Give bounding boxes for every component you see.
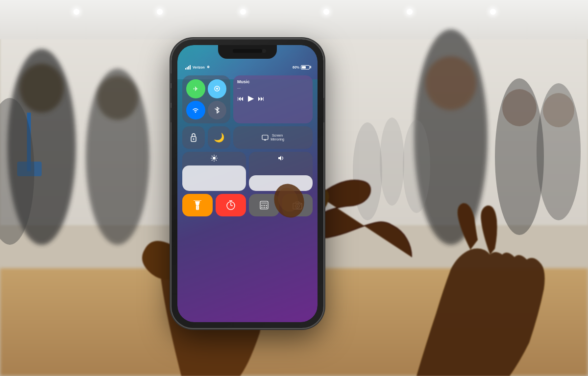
volume-slider[interactable] — [249, 152, 313, 191]
svg-point-47 — [300, 204, 301, 205]
cc-top-row: ✈ — [182, 75, 313, 123]
battery-icon — [301, 65, 310, 70]
scene: Verizon ⊛ 60% — [0, 0, 588, 376]
svg-point-8 — [425, 56, 476, 110]
timer-button[interactable] — [216, 194, 246, 216]
wifi-icon: ⊛ — [207, 65, 210, 69]
svg-point-38 — [261, 205, 262, 206]
brightness-icon — [211, 155, 218, 163]
music-controls: ⏮ ▶ ⏭ — [237, 94, 309, 103]
svg-point-1 — [20, 64, 64, 113]
volume-up-button[interactable] — [170, 88, 172, 103]
screen-mirroring-button[interactable]: ScreenMirroring — [233, 126, 313, 149]
svg-point-14 — [380, 118, 404, 206]
camera-button[interactable] — [282, 194, 313, 216]
svg-point-15 — [403, 120, 430, 213]
calculator-button[interactable] — [249, 194, 279, 216]
brightness-slider[interactable] — [182, 152, 246, 191]
music-track-name: — — [237, 86, 309, 90]
svg-point-41 — [261, 207, 262, 208]
svg-point-21 — [213, 157, 216, 160]
svg-point-46 — [297, 205, 298, 207]
iphone-device: Verizon ⊛ 60% — [172, 39, 323, 328]
do-not-disturb-button[interactable]: 🌙 — [208, 126, 230, 149]
cc-second-row: 🌙 ScreenMirroring — [182, 126, 313, 149]
music-widget-title: Music — [237, 79, 309, 84]
cellular-button[interactable] — [208, 79, 227, 98]
volume-icon — [277, 155, 284, 163]
control-center: ✈ — [182, 75, 313, 317]
svg-point-42 — [264, 207, 265, 208]
battery-info: 60% — [293, 65, 310, 70]
screen-background: Verizon ⊛ 60% — [177, 45, 318, 322]
wifi-button[interactable] — [186, 101, 205, 120]
svg-point-43 — [266, 207, 267, 208]
battery-percent: 60% — [293, 66, 299, 69]
svg-point-17 — [216, 88, 218, 90]
music-widget[interactable]: Music — ⏮ ▶ ⏭ — [233, 75, 313, 123]
bluetooth-button[interactable] — [208, 101, 227, 120]
mute-switch[interactable] — [170, 73, 172, 83]
status-bar: Verizon ⊛ 60% — [185, 62, 310, 72]
speaker-grille — [233, 49, 262, 53]
airplane-mode-button[interactable]: ✈ — [186, 79, 205, 98]
notch — [218, 45, 277, 59]
front-camera — [262, 49, 266, 53]
svg-line-26 — [212, 156, 213, 157]
volume-down-button[interactable] — [170, 108, 172, 122]
svg-point-12 — [543, 93, 574, 127]
carrier-name: Verizon — [193, 66, 205, 69]
power-button[interactable] — [323, 98, 325, 122]
signal-strength — [185, 65, 191, 70]
svg-rect-20 — [262, 135, 268, 140]
svg-point-40 — [266, 205, 267, 206]
connectivity-group: ✈ — [182, 75, 230, 123]
volume-fill — [249, 175, 313, 191]
iphone-frame: Verizon ⊛ 60% — [172, 39, 323, 328]
cc-sliders-row — [182, 152, 313, 191]
carrier-info: Verizon ⊛ — [185, 65, 210, 70]
screen-mirroring-label: ScreenMirroring — [270, 134, 284, 142]
svg-line-29 — [212, 160, 213, 161]
flashlight-button[interactable] — [182, 194, 213, 216]
svg-point-5 — [97, 76, 138, 120]
svg-line-28 — [216, 156, 217, 157]
music-prev-button[interactable]: ⏮ — [237, 94, 244, 102]
music-next-button[interactable]: ⏭ — [258, 94, 265, 102]
brightness-fill — [182, 165, 246, 191]
svg-point-39 — [264, 205, 265, 206]
svg-rect-37 — [261, 202, 267, 204]
svg-point-10 — [502, 89, 537, 126]
cc-apps-row — [182, 194, 313, 216]
svg-line-27 — [216, 160, 217, 161]
portrait-lock-button[interactable] — [182, 126, 205, 149]
svg-point-19 — [193, 139, 195, 140]
iphone-screen: Verizon ⊛ 60% — [177, 45, 318, 322]
battery-fill — [302, 66, 306, 69]
music-play-button[interactable]: ▶ — [248, 94, 254, 103]
svg-point-13 — [353, 122, 382, 220]
